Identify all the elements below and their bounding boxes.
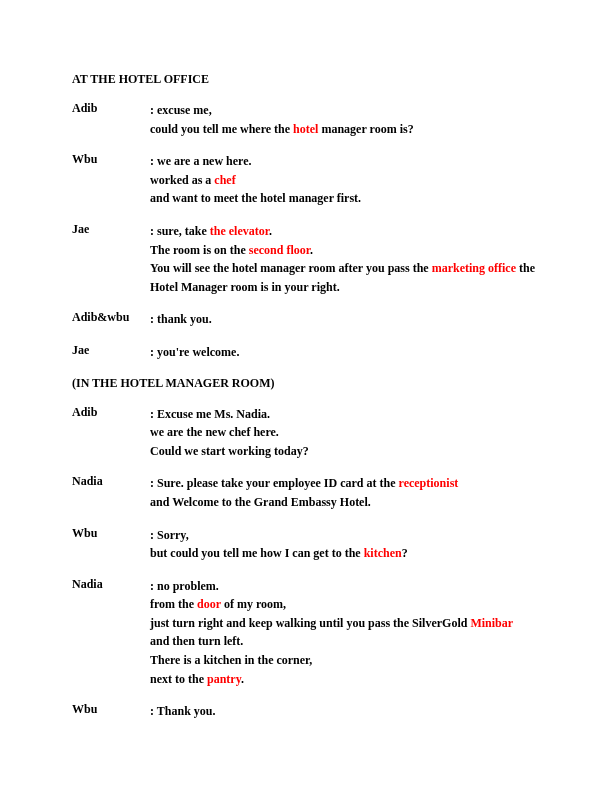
highlighted-term: the elevator bbox=[210, 224, 269, 238]
dialogue-entry: Adib: Excuse me Ms. Nadia.we are the new… bbox=[72, 405, 540, 461]
dialogue-lines: : you're welcome. bbox=[150, 343, 540, 362]
dialogue-entry: Wbu: we are a new here.worked as a chefa… bbox=[72, 152, 540, 208]
text-segment: and want to meet the hotel manager first… bbox=[150, 191, 361, 205]
speaker-name: Wbu bbox=[72, 702, 150, 717]
dialogue-line: and Welcome to the Grand Embassy Hotel. bbox=[150, 493, 540, 512]
dialogue-line: : Thank you. bbox=[150, 702, 540, 721]
dialogue-lines: : excuse me,could you tell me where the … bbox=[150, 101, 540, 138]
text-segment: : Thank you. bbox=[150, 704, 215, 718]
highlighted-term: receptionist bbox=[399, 476, 459, 490]
text-segment: : thank you. bbox=[150, 312, 212, 326]
highlighted-term: hotel bbox=[293, 122, 318, 136]
text-segment: . bbox=[310, 243, 313, 257]
text-segment: : Excuse me Ms. Nadia. bbox=[150, 407, 270, 421]
text-segment: Could we start working today? bbox=[150, 444, 309, 458]
text-segment: the bbox=[516, 261, 535, 275]
dialogue-line: The room is on the second floor. bbox=[150, 241, 540, 260]
speaker-name: Jae bbox=[72, 343, 150, 358]
dialogue-lines: : Excuse me Ms. Nadia.we are the new che… bbox=[150, 405, 540, 461]
highlighted-term: Minibar bbox=[470, 616, 513, 630]
dialogue-entry: Nadia: no problem.from the door of my ro… bbox=[72, 577, 540, 689]
highlighted-term: kitchen bbox=[364, 546, 402, 560]
dialogue-line: : thank you. bbox=[150, 310, 540, 329]
dialogue-line: : excuse me, bbox=[150, 101, 540, 120]
text-segment: and Welcome to the Grand Embassy Hotel. bbox=[150, 495, 371, 509]
dialogue-entry: Adib: excuse me,could you tell me where … bbox=[72, 101, 540, 138]
dialogue-line: : we are a new here. bbox=[150, 152, 540, 171]
text-segment: of my room, bbox=[221, 597, 286, 611]
dialogue-lines: : we are a new here.worked as a chefand … bbox=[150, 152, 540, 208]
dialogue-lines: : Sure. please take your employee ID car… bbox=[150, 474, 540, 511]
highlighted-term: pantry bbox=[207, 672, 241, 686]
dialogue-line: and want to meet the hotel manager first… bbox=[150, 189, 540, 208]
dialogue-line: worked as a chef bbox=[150, 171, 540, 190]
highlighted-term: door bbox=[197, 597, 221, 611]
dialogue-entry: Adib&wbu: thank you. bbox=[72, 310, 540, 329]
text-segment: The room is on the bbox=[150, 243, 249, 257]
text-segment: but could you tell me how I can get to t… bbox=[150, 546, 364, 560]
dialogue-line: next to the pantry. bbox=[150, 670, 540, 689]
dialogue-entry: Jae: you're welcome. bbox=[72, 343, 540, 362]
dialogue-entry: Nadia: Sure. please take your employee I… bbox=[72, 474, 540, 511]
dialogue-lines: : Thank you. bbox=[150, 702, 540, 721]
dialogue-entry: Wbu: Thank you. bbox=[72, 702, 540, 721]
dialogue-line: : you're welcome. bbox=[150, 343, 540, 362]
speaker-name: Adib bbox=[72, 405, 150, 420]
dialogue-line: : Sure. please take your employee ID car… bbox=[150, 474, 540, 493]
text-segment: . bbox=[269, 224, 272, 238]
speaker-name: Wbu bbox=[72, 152, 150, 167]
text-segment: You will see the hotel manager room afte… bbox=[150, 261, 432, 275]
highlighted-term: marketing office bbox=[432, 261, 516, 275]
text-segment: Hotel Manager room is in your right. bbox=[150, 280, 340, 294]
text-segment: : we are a new here. bbox=[150, 154, 252, 168]
text-segment: manager room is? bbox=[318, 122, 413, 136]
dialogue-lines: : Sorry,but could you tell me how I can … bbox=[150, 526, 540, 563]
text-segment: just turn right and keep walking until y… bbox=[150, 616, 470, 630]
text-segment: and then turn left. bbox=[150, 634, 243, 648]
dialogue-line: just turn right and keep walking until y… bbox=[150, 614, 540, 633]
text-segment: : sure, take bbox=[150, 224, 210, 238]
dialogue-line: There is a kitchen in the corner, bbox=[150, 651, 540, 670]
text-segment: worked as a bbox=[150, 173, 214, 187]
dialogue-line: and then turn left. bbox=[150, 632, 540, 651]
dialogue-lines: : thank you. bbox=[150, 310, 540, 329]
text-segment: : you're welcome. bbox=[150, 345, 239, 359]
scene-heading-1: AT THE HOTEL OFFICE bbox=[72, 72, 540, 87]
dialogue-line: could you tell me where the hotel manage… bbox=[150, 120, 540, 139]
dialogue-line: from the door of my room, bbox=[150, 595, 540, 614]
document-page: AT THE HOTEL OFFICE Adib: excuse me,coul… bbox=[0, 0, 612, 721]
text-segment: There is a kitchen in the corner, bbox=[150, 653, 312, 667]
text-segment: : Sorry, bbox=[150, 528, 189, 542]
text-segment: : no problem. bbox=[150, 579, 219, 593]
dialogue-line: : Excuse me Ms. Nadia. bbox=[150, 405, 540, 424]
dialogue-line: : sure, take the elevator. bbox=[150, 222, 540, 241]
dialogue-line: we are the new chef here. bbox=[150, 423, 540, 442]
dialogue-line: You will see the hotel manager room afte… bbox=[150, 259, 540, 278]
dialogue-line: : no problem. bbox=[150, 577, 540, 596]
dialogue-line: Hotel Manager room is in your right. bbox=[150, 278, 540, 297]
scene-heading-2: (IN THE HOTEL MANAGER ROOM) bbox=[72, 376, 540, 391]
dialogue-entry: Wbu: Sorry,but could you tell me how I c… bbox=[72, 526, 540, 563]
dialogue-line: Could we start working today? bbox=[150, 442, 540, 461]
dialogue-lines: : no problem.from the door of my room,ju… bbox=[150, 577, 540, 689]
speaker-name: Nadia bbox=[72, 474, 150, 489]
text-segment: . bbox=[241, 672, 244, 686]
dialogue-line: : Sorry, bbox=[150, 526, 540, 545]
speaker-name: Wbu bbox=[72, 526, 150, 541]
text-segment: ? bbox=[402, 546, 408, 560]
speaker-name: Adib&wbu bbox=[72, 310, 150, 325]
speaker-name: Adib bbox=[72, 101, 150, 116]
dialogue-section-2: Adib: Excuse me Ms. Nadia.we are the new… bbox=[72, 405, 540, 721]
text-segment: we are the new chef here. bbox=[150, 425, 279, 439]
text-segment: could you tell me where the bbox=[150, 122, 293, 136]
text-segment: next to the bbox=[150, 672, 207, 686]
text-segment: : Sure. please take your employee ID car… bbox=[150, 476, 399, 490]
highlighted-term: second floor bbox=[249, 243, 310, 257]
text-segment: from the bbox=[150, 597, 197, 611]
dialogue-lines: : sure, take the elevator.The room is on… bbox=[150, 222, 540, 296]
speaker-name: Nadia bbox=[72, 577, 150, 592]
dialogue-entry: Jae: sure, take the elevator.The room is… bbox=[72, 222, 540, 296]
text-segment: : excuse me, bbox=[150, 103, 212, 117]
highlighted-term: chef bbox=[214, 173, 235, 187]
speaker-name: Jae bbox=[72, 222, 150, 237]
